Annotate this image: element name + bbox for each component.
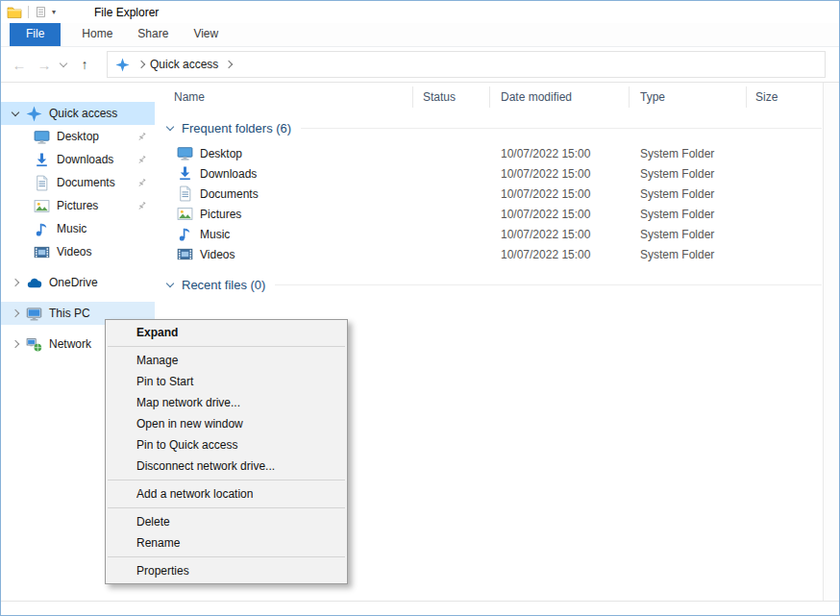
file-name: Desktop [200, 147, 242, 160]
downloads-icon [177, 165, 193, 182]
tab-view[interactable]: View [181, 23, 231, 46]
pin-icon [136, 200, 148, 212]
chevron-spacer [16, 245, 30, 259]
chevron-spacer [16, 176, 30, 189]
file-date-modified: 10/07/2022 15:00 [490, 248, 630, 261]
pin-icon [136, 177, 148, 189]
menu-item-open-in-new-window[interactable]: Open in new window [106, 413, 347, 434]
menu-item-manage[interactable]: Manage [106, 350, 347, 371]
file-type: System Folder [630, 208, 747, 221]
address-bar[interactable]: Quick access [107, 51, 826, 78]
sidebar-item-label: OneDrive [49, 276, 98, 289]
desktop-icon [34, 129, 50, 145]
group-label: Recent files (0) [182, 278, 265, 292]
sidebar-item-label: Quick access [49, 107, 117, 120]
sidebar-item-downloads[interactable]: Downloads [1, 148, 155, 171]
file-type: System Folder [630, 147, 747, 160]
menu-item-map-network-drive[interactable]: Map network drive... [106, 392, 347, 413]
sidebar-item-onedrive[interactable]: OneDrive [1, 271, 155, 294]
recent-locations-caret-icon[interactable] [57, 58, 70, 71]
column-header-date-modified[interactable]: Date modified [490, 86, 630, 108]
file-name-cell: Downloads [155, 165, 413, 182]
sidebar-item-documents[interactable]: Documents [1, 171, 155, 194]
file-type: System Folder [630, 228, 747, 241]
menu-item-expand[interactable]: Expand [106, 322, 347, 343]
titlebar[interactable]: ▾ File Explorer [1, 1, 839, 23]
file-date-modified: 10/07/2022 15:00 [490, 187, 630, 201]
forward-button[interactable]: → [32, 57, 57, 73]
group-header-frequent-folders-6[interactable]: Frequent folders (6) [155, 116, 824, 139]
chevron-right-icon[interactable] [9, 307, 22, 320]
menu-separator [108, 480, 345, 480]
quick-access-icon [26, 106, 42, 122]
up-button[interactable]: ↑ [70, 57, 99, 72]
qat-customize-caret-icon[interactable]: ▾ [52, 8, 56, 16]
chevron-right-icon[interactable] [9, 276, 22, 289]
sidebar-item-music[interactable]: Music [1, 217, 155, 240]
group-label: Frequent folders (6) [182, 121, 291, 136]
pictures-icon [34, 198, 50, 214]
column-header-type[interactable]: Type [630, 86, 747, 108]
menu-item-pin-to-start[interactable]: Pin to Start [106, 371, 347, 392]
downloads-icon [34, 152, 50, 168]
sidebar-item-label: This PC [49, 307, 90, 320]
sidebar-item-pictures[interactable]: Pictures [1, 194, 155, 217]
file-row-downloads[interactable]: Downloads10/07/2022 15:00System Folder [155, 163, 824, 184]
sidebar-item-label: Documents [57, 176, 115, 189]
column-header-status[interactable]: Status [413, 86, 490, 108]
menu-item-delete[interactable]: Delete [106, 511, 347, 532]
sidebar-item-quick-access[interactable]: Quick access [1, 102, 155, 125]
menu-separator [108, 507, 345, 508]
column-headers: Name Status Date modified Type Size [155, 86, 824, 108]
back-button[interactable]: ← [7, 57, 32, 73]
navigation-bar: ← → ↑ Quick access [1, 47, 839, 83]
breadcrumb-quick-access[interactable]: Quick access [148, 58, 220, 71]
tab-share[interactable]: Share [125, 23, 181, 46]
file-type: System Folder [630, 187, 747, 201]
file-name-cell: Music [155, 226, 413, 242]
file-row-desktop[interactable]: Desktop10/07/2022 15:00System Folder [155, 143, 824, 163]
file-type: System Folder [630, 248, 747, 261]
quick-access-icon [115, 58, 130, 72]
group-header-recent-files-0[interactable]: Recent files (0) [155, 273, 824, 296]
menu-item-rename[interactable]: Rename [106, 532, 347, 554]
status-bar [1, 601, 839, 615]
file-explorer-app-icon [7, 5, 22, 20]
file-row-videos[interactable]: Videos10/07/2022 15:00System Folder [155, 244, 824, 264]
vertical-scrollbar[interactable] [823, 83, 839, 601]
chevron-right-icon[interactable] [220, 58, 235, 71]
chevron-down-icon[interactable] [163, 121, 177, 135]
chevron-right-icon[interactable] [133, 58, 148, 71]
sidebar-item-videos[interactable]: Videos [1, 240, 155, 263]
tab-file[interactable]: File [10, 23, 61, 46]
sidebar-item-label: Pictures [57, 199, 98, 212]
file-row-music[interactable]: Music10/07/2022 15:00System Folder [155, 224, 824, 244]
file-row-documents[interactable]: Documents10/07/2022 15:00System Folder [155, 184, 824, 204]
menu-item-properties[interactable]: Properties [106, 560, 347, 581]
sidebar-item-label: Network [49, 337, 91, 351]
qat-divider [28, 6, 29, 18]
menu-separator [108, 346, 345, 347]
sidebar-item-label: Downloads [57, 153, 113, 166]
videos-icon [177, 246, 193, 262]
chevron-down-icon[interactable] [163, 278, 177, 291]
group-rule [301, 128, 822, 129]
sidebar-item-desktop[interactable]: Desktop [1, 125, 155, 148]
column-header-name[interactable]: Name [155, 86, 413, 108]
sidebar-item-label: Videos [57, 245, 91, 259]
file-row-pictures[interactable]: Pictures10/07/2022 15:00System Folder [155, 204, 824, 224]
window-title: File Explorer [94, 6, 159, 19]
onedrive-icon [26, 275, 42, 291]
chevron-down-icon[interactable] [9, 107, 22, 120]
chevron-right-icon[interactable] [9, 337, 22, 351]
menu-item-disconnect-network-drive[interactable]: Disconnect network drive... [106, 456, 347, 477]
documents-icon [34, 175, 50, 191]
menu-item-add-a-network-location[interactable]: Add a network location [106, 483, 347, 505]
network-icon [26, 336, 42, 353]
tab-home[interactable]: Home [69, 23, 125, 46]
qat-properties-icon[interactable] [35, 6, 47, 18]
column-header-size[interactable]: Size [747, 86, 824, 108]
menu-item-pin-to-quick-access[interactable]: Pin to Quick access [106, 434, 347, 456]
file-name-cell: Videos [155, 246, 413, 262]
chevron-spacer [16, 130, 30, 143]
